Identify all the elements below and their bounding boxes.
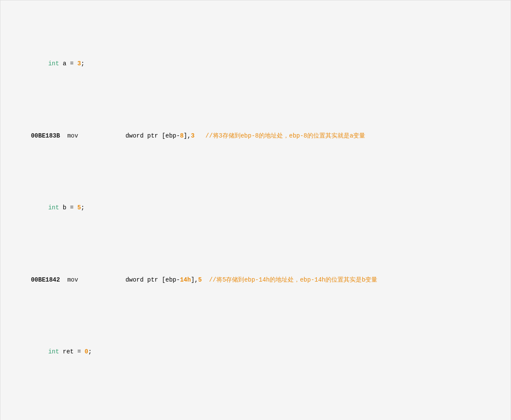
- keyword-int-ret: int: [48, 348, 59, 355]
- number-0: 0: [84, 348, 88, 355]
- line-3: int b = 5;: [9, 192, 502, 223]
- spacing: [60, 132, 67, 139]
- comment-line2: //将3存储到ebp-8的地址处，ebp-8的位置其实就是a变量: [206, 132, 366, 139]
- line-4: 00BE1842 mov dword ptr [ebp-14h],5 //将5存…: [9, 265, 502, 295]
- addr-00BE183B: 00BE183B: [31, 132, 60, 139]
- code-text-b: b =: [59, 204, 77, 211]
- line-5: int ret = 0;: [9, 337, 502, 368]
- code-block: int a = 3; 00BE183B mov dword ptr [ebp-8…: [9, 7, 502, 420]
- operand-dword: dword ptr [ebp-: [125, 132, 180, 139]
- op-mov2: mov: [67, 276, 78, 283]
- spacing: [60, 276, 67, 283]
- line-1: int a = 3;: [9, 48, 502, 79]
- code-punct: ;: [81, 60, 84, 67]
- line-2: 00BE183B mov dword ptr [ebp-8],3 //将3存储到…: [9, 121, 502, 151]
- operand-dword2: dword ptr [ebp-: [125, 276, 180, 283]
- code-punct-b: ;: [81, 204, 84, 211]
- num-3b: 3: [191, 132, 194, 139]
- spacing3: [202, 276, 209, 283]
- line-6: 00BE1849 mov dword ptr [ebp-20h],0 //将0存…: [9, 409, 502, 420]
- number-3: 3: [77, 60, 81, 67]
- operand-close: ],: [183, 132, 191, 139]
- spacing: [78, 132, 125, 139]
- comment-line4: //将5存储到ebp-14h的地址处，ebp-14h的位置其实是b变量: [209, 276, 377, 283]
- op-mov: mov: [67, 132, 78, 139]
- number-5: 5: [77, 204, 81, 211]
- operand-close2: ],: [191, 276, 198, 283]
- code-container: int a = 3; 00BE183B mov dword ptr [ebp-8…: [0, 0, 511, 420]
- addr-00BE1842: 00BE1842: [31, 276, 60, 283]
- keyword-int: int: [48, 60, 59, 67]
- keyword-int-b: int: [48, 204, 59, 211]
- spacing2: [195, 132, 206, 139]
- code-text: a =: [59, 60, 77, 67]
- code-punct-ret: ;: [88, 348, 92, 355]
- num-14h: 14h: [180, 276, 191, 283]
- spacing: [78, 276, 125, 283]
- code-text-ret: ret =: [59, 348, 85, 355]
